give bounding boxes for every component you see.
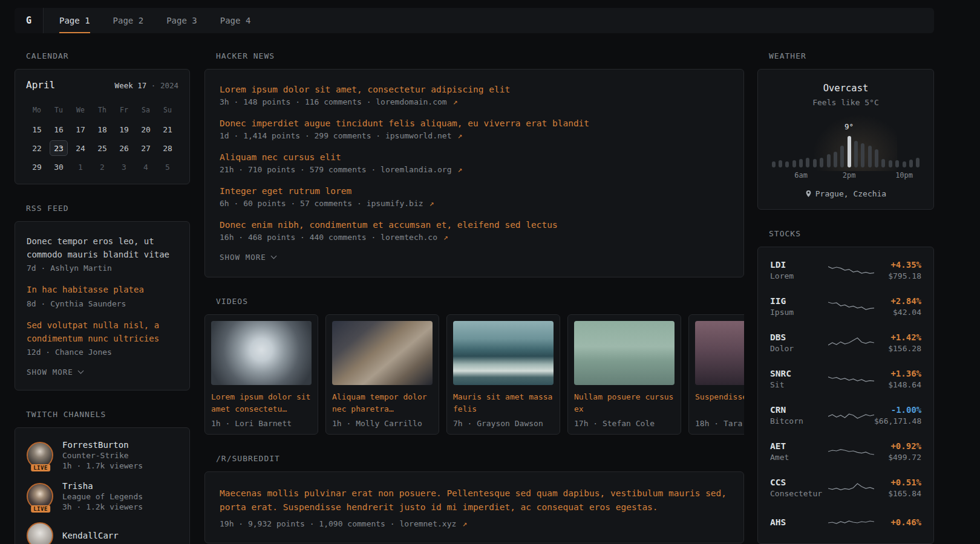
weather-location: Prague, Czechia bbox=[770, 189, 921, 198]
weather-bar-slot: 9° bbox=[847, 121, 851, 167]
stock-price: $165.84 bbox=[874, 489, 921, 498]
tab-page-2[interactable]: Page 2 bbox=[113, 8, 144, 33]
weather-bar bbox=[861, 143, 864, 167]
hn-item: Donec enim nibh, condimentum et accumsan… bbox=[220, 220, 729, 242]
external-link-icon: ↗ bbox=[453, 97, 458, 106]
videos-widget-title: VIDEOS bbox=[204, 297, 744, 306]
weather-bar bbox=[875, 149, 878, 167]
weather-bar bbox=[785, 161, 789, 167]
hn-story-link[interactable]: Aliquam nec cursus elit bbox=[220, 152, 729, 162]
stock-price: $499.72 bbox=[874, 453, 921, 462]
stock-row[interactable]: AHS+0.46% bbox=[770, 506, 921, 539]
video-meta: 17h · Stefan Cole bbox=[574, 419, 675, 428]
weather-bar-slot bbox=[902, 121, 906, 167]
twitch-channel[interactable]: LIVEForrestBurtonCounter-Strike1h · 1.7k… bbox=[27, 440, 178, 470]
calendar-day-number: 5 bbox=[158, 159, 177, 175]
live-badge: LIVE bbox=[31, 464, 50, 471]
rss-item-link[interactable]: In hac habitasse platea bbox=[27, 283, 178, 297]
twitch-avatar-wrap: LIVE bbox=[27, 483, 54, 510]
app-logo[interactable]: G bbox=[15, 8, 44, 33]
stock-row[interactable]: AETAmet+0.92%$499.72 bbox=[770, 433, 921, 470]
stock-change: -1.00% bbox=[874, 405, 921, 415]
rss-show-more-button[interactable]: SHOW MORE bbox=[27, 368, 178, 377]
twitch-channel-name: ForrestBurton bbox=[62, 440, 143, 450]
weather-bar-slot bbox=[861, 121, 865, 167]
stock-symbol: AET bbox=[770, 441, 828, 451]
hn-story-link[interactable]: Donec imperdiet augue tincidunt felis al… bbox=[220, 118, 729, 128]
video-card[interactable]: Suspendisse diam18h · Tara bbox=[688, 314, 744, 435]
calendar-day-number: 17 bbox=[71, 121, 90, 137]
calendar-separator: · bbox=[151, 81, 156, 90]
stock-sparkline bbox=[828, 443, 874, 460]
rss-item-link[interactable]: Donec tempor eros leo, ut commodo mauris… bbox=[27, 235, 178, 261]
rss-item-link[interactable]: Sed volutpat nulla nisl, a condimentum n… bbox=[27, 319, 178, 345]
hn-story-meta: 6h · 60 points · 57 comments · ipsumify.… bbox=[220, 199, 729, 208]
calendar-day-number: 4 bbox=[137, 159, 155, 175]
calendar-day-header: Th bbox=[91, 103, 113, 117]
calendar-day-header: Tu bbox=[48, 103, 70, 117]
hands-camera-thumbnail bbox=[332, 321, 433, 385]
stock-values: -1.00%$66,171.48 bbox=[874, 405, 921, 426]
tab-page-3[interactable]: Page 3 bbox=[166, 8, 197, 33]
stock-row[interactable]: CCSConsectetur+0.51%$165.84 bbox=[770, 470, 921, 506]
weather-bar bbox=[820, 158, 823, 167]
location-pin-icon bbox=[805, 190, 812, 198]
stocks-widget-title: STOCKS bbox=[757, 229, 934, 238]
weather-bar bbox=[827, 154, 831, 167]
subreddit-post-meta: 19h · 9,932 points · 1,090 comments · lo… bbox=[220, 519, 729, 528]
stock-row[interactable]: DBSDolor+1.42%$156.28 bbox=[770, 325, 921, 361]
twitch-channel-info: TrishaLeague of Legends3h · 1.2k viewers bbox=[62, 481, 143, 511]
weather-card: Overcast Feels like 5°C 9° 6am2pm10pm Pr… bbox=[757, 69, 934, 210]
external-link-icon: ↗ bbox=[429, 199, 434, 208]
twitch-channel[interactable]: LIVETrishaLeague of Legends3h · 1.2k vie… bbox=[27, 481, 178, 511]
calendar-day: 2 bbox=[91, 160, 113, 174]
hn-item: Lorem ipsum dolor sit amet, consectetur … bbox=[220, 85, 729, 106]
hn-story-link[interactable]: Integer eget rutrum lorem bbox=[220, 186, 729, 196]
stock-row[interactable]: SNRCSit+1.36%$148.64 bbox=[770, 361, 921, 397]
calendar-week-label: Week 17 bbox=[115, 81, 147, 90]
weather-bar bbox=[772, 161, 776, 167]
hackernews-list: Lorem ipsum dolor sit amet, consectetur … bbox=[220, 85, 729, 242]
twitch-channel-info: ForrestBurtonCounter-Strike1h · 1.7k vie… bbox=[62, 440, 143, 470]
calendar-day: 15 bbox=[26, 122, 48, 137]
tab-page-1[interactable]: Page 1 bbox=[59, 8, 90, 33]
hackernews-show-more-button[interactable]: SHOW MORE bbox=[220, 253, 729, 262]
stock-row[interactable]: IIGIpsum+2.84%$42.04 bbox=[770, 288, 921, 325]
hn-story-link[interactable]: Donec enim nibh, condimentum et accumsan… bbox=[220, 220, 729, 230]
twitch-widget-title: TWITCH CHANNELS bbox=[15, 410, 190, 419]
calendar-day: 22 bbox=[26, 141, 48, 155]
video-title: Aliquam tempor dolor nec pharetra… bbox=[332, 391, 433, 415]
video-title: Lorem ipsum dolor sit amet consectetu… bbox=[211, 391, 312, 415]
calendar-widget: CALENDAR April Week 17 · 2024 MoTuWeThFr… bbox=[15, 51, 190, 184]
video-card[interactable]: Aliquam tempor dolor nec pharetra…1h · M… bbox=[325, 314, 439, 435]
rss-widget: RSS FEED Donec tempor eros leo, ut commo… bbox=[15, 204, 190, 390]
stock-symbol: DBS bbox=[770, 332, 828, 342]
twitch-channel-meta: 3h · 1.2k viewers bbox=[62, 502, 143, 511]
stock-sparkline bbox=[828, 262, 874, 279]
hn-meta-text: 16h · 468 points · 440 comments · loremt… bbox=[220, 233, 437, 242]
calendar-day: 20 bbox=[135, 122, 157, 137]
subreddit-post-link[interactable]: Maecenas mollis pulvinar erat non posuer… bbox=[220, 487, 729, 514]
stock-values: +1.42%$156.28 bbox=[874, 332, 921, 353]
weather-bar-slot bbox=[854, 121, 858, 167]
video-card[interactable]: Lorem ipsum dolor sit amet consectetu…1h… bbox=[204, 314, 318, 435]
stock-symbol: IIG bbox=[770, 296, 828, 306]
stock-values: +1.36%$148.64 bbox=[874, 369, 921, 389]
weather-bar-slot bbox=[833, 121, 837, 167]
video-card[interactable]: Mauris sit amet massa felis7h · Grayson … bbox=[446, 314, 560, 435]
calendar-day-header: Mo bbox=[26, 103, 48, 117]
stock-values: +2.84%$42.04 bbox=[874, 296, 921, 317]
calendar-day: 3 bbox=[113, 160, 135, 174]
hn-story-link[interactable]: Lorem ipsum dolor sit amet, consectetur … bbox=[220, 85, 729, 94]
rss-item-meta: 8d · Cynthia Saunders bbox=[27, 299, 178, 308]
calendar-week-info: Week 17 · 2024 bbox=[115, 81, 178, 90]
stock-sparkline bbox=[828, 334, 874, 351]
weather-bar-slot bbox=[874, 121, 878, 167]
stock-row[interactable]: LDILorem+4.35%$795.18 bbox=[770, 252, 921, 288]
stock-row[interactable]: CRNBitcorn-1.00%$66,171.48 bbox=[770, 397, 921, 433]
stock-change: +1.36% bbox=[874, 369, 921, 378]
video-card[interactable]: Nullam posuere cursus ex17h · Stefan Col… bbox=[567, 314, 681, 435]
tab-page-4[interactable]: Page 4 bbox=[220, 8, 251, 33]
twitch-channel[interactable]: LIVEKendallCarr bbox=[27, 522, 178, 544]
calendar-day: 19 bbox=[113, 122, 135, 137]
